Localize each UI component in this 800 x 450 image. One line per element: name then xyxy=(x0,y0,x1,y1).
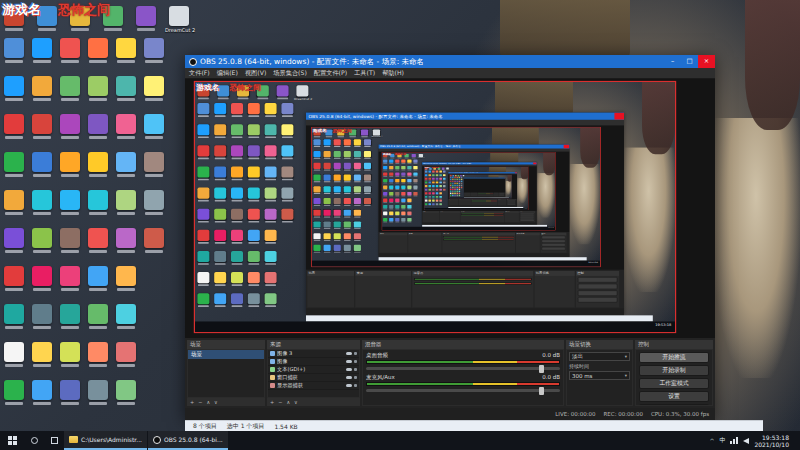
desktop-icon[interactable] xyxy=(60,76,80,96)
obs-preview[interactable]: 游戏名恐怖之间DreamCut 2OBS 25.0.8 (64-bit, win… xyxy=(185,79,715,338)
desktop-icon[interactable] xyxy=(32,114,52,134)
source-up-button[interactable]: ∧ xyxy=(286,399,290,405)
desktop-icon[interactable] xyxy=(4,190,24,210)
desktop-icon[interactable] xyxy=(116,380,136,400)
desktop-icon[interactable] xyxy=(60,380,80,400)
desktop-icon[interactable] xyxy=(88,380,108,400)
desktop-icon[interactable] xyxy=(32,304,52,324)
desktop-icon[interactable] xyxy=(144,190,164,210)
visibility-eye-icon[interactable] xyxy=(346,368,352,372)
visibility-eye-icon[interactable] xyxy=(346,360,352,364)
desktop-icon[interactable] xyxy=(60,152,80,172)
desktop-icon[interactable] xyxy=(60,304,80,324)
source-item[interactable]: 窗口捕获 xyxy=(268,374,359,382)
desktop-icon[interactable] xyxy=(116,266,136,286)
remove-source-button[interactable]: − xyxy=(278,399,282,405)
desktop-icon[interactable] xyxy=(60,38,80,58)
maximize-button[interactable]: □ xyxy=(681,55,698,68)
desktop-icon[interactable] xyxy=(4,342,24,362)
obs-titlebar[interactable]: OBS 25.0.8 (64-bit, windows) - 配置文件: 未命名… xyxy=(185,55,715,68)
desktop-icon[interactable] xyxy=(88,76,108,96)
search-icon[interactable] xyxy=(24,431,44,450)
desktop-icon[interactable] xyxy=(88,228,108,248)
desktop-icon[interactable] xyxy=(88,152,108,172)
desktop-icon[interactable] xyxy=(32,380,52,400)
ime-indicator[interactable]: 中 xyxy=(719,436,725,445)
desktop-icon[interactable] xyxy=(60,114,80,134)
desktop-icon[interactable] xyxy=(88,266,108,286)
visibility-eye-icon[interactable] xyxy=(346,352,352,356)
desktop-icon[interactable] xyxy=(4,152,24,172)
desktop-icon[interactable] xyxy=(116,228,136,248)
desktop-icon[interactable] xyxy=(116,190,136,210)
lock-icon[interactable] xyxy=(354,368,358,372)
desktop-icon[interactable] xyxy=(4,228,24,248)
desktop-icon[interactable] xyxy=(116,76,136,96)
desktop-icon[interactable] xyxy=(32,190,52,210)
start-button[interactable] xyxy=(0,431,24,450)
desktop-icon[interactable] xyxy=(32,342,52,362)
visibility-eye-icon[interactable] xyxy=(346,376,352,380)
lock-icon[interactable] xyxy=(354,360,358,364)
desktop-icon[interactable] xyxy=(32,152,52,172)
desktop-icon[interactable] xyxy=(116,304,136,324)
remove-scene-button[interactable]: − xyxy=(198,399,202,405)
lock-icon[interactable] xyxy=(354,352,358,356)
desktop-icon[interactable] xyxy=(144,38,164,58)
desktop-icon[interactable] xyxy=(60,190,80,210)
source-down-button[interactable]: ∨ xyxy=(294,399,298,405)
minimize-button[interactable]: – xyxy=(664,55,681,68)
source-item[interactable]: 图像 3 xyxy=(268,350,359,358)
desktop-icon[interactable] xyxy=(4,76,24,96)
desktop-icon[interactable] xyxy=(116,114,136,134)
source-item[interactable]: 显示器捕获 xyxy=(268,382,359,390)
desktop-icon[interactable] xyxy=(4,114,24,134)
desktop-icon[interactable] xyxy=(4,266,24,286)
volume-icon[interactable] xyxy=(743,438,749,444)
desktop-icon[interactable] xyxy=(116,152,136,172)
scene-up-button[interactable]: ∧ xyxy=(206,399,210,405)
tray-chevron-icon[interactable]: ^ xyxy=(709,437,714,444)
desktop-icon[interactable] xyxy=(32,38,52,58)
volume-slider-knob[interactable] xyxy=(539,387,544,395)
menu-item[interactable]: 文件(F) xyxy=(189,69,210,78)
menu-item[interactable]: 编辑(E) xyxy=(217,69,238,78)
visibility-eye-icon[interactable] xyxy=(346,384,352,388)
menu-item[interactable]: 帮助(H) xyxy=(382,69,404,78)
desktop-icon[interactable] xyxy=(88,190,108,210)
lock-icon[interactable] xyxy=(354,384,358,388)
menu-item[interactable]: 配置文件(P) xyxy=(314,69,347,78)
menu-item[interactable]: 视图(V) xyxy=(245,69,266,78)
desktop-icon[interactable] xyxy=(60,266,80,286)
desktop-icon[interactable] xyxy=(116,38,136,58)
desktop-icon[interactable] xyxy=(144,114,164,134)
transition-duration-spinner[interactable]: 300 ms ▾ xyxy=(569,371,630,380)
desktop-icon[interactable] xyxy=(144,228,164,248)
volume-slider[interactable] xyxy=(366,389,560,392)
desktop-icon[interactable] xyxy=(144,152,164,172)
volume-slider[interactable] xyxy=(366,367,560,370)
desktop-icon[interactable] xyxy=(88,38,108,58)
desktop-icon[interactable] xyxy=(32,228,52,248)
clock[interactable]: 19:53:18 2021/10/10 xyxy=(754,434,789,448)
desktop-icon[interactable] xyxy=(60,342,80,362)
taskbar-explorer-button[interactable]: C:\Users\Administr... xyxy=(64,431,147,450)
control-button[interactable]: 开始录制 xyxy=(639,365,709,376)
network-icon[interactable] xyxy=(730,437,738,444)
control-button[interactable]: 开始推流 xyxy=(639,352,709,363)
add-source-button[interactable]: + xyxy=(270,399,274,405)
menu-item[interactable]: 工具(T) xyxy=(354,69,375,78)
control-button[interactable]: 设置 xyxy=(639,391,709,402)
add-scene-button[interactable]: + xyxy=(190,399,194,405)
taskbar-obs-button[interactable]: OBS 25.0.8 (64-bi... xyxy=(148,431,228,450)
desktop-icon[interactable] xyxy=(32,76,52,96)
desktop-icon[interactable] xyxy=(60,228,80,248)
desktop-icon[interactable] xyxy=(88,114,108,134)
scene-down-button[interactable]: ∨ xyxy=(214,399,218,405)
control-button[interactable]: 工作室模式 xyxy=(639,378,709,389)
desktop-icon[interactable] xyxy=(32,266,52,286)
source-item[interactable]: 文本(GDI+) xyxy=(268,366,359,374)
desktop-icon[interactable] xyxy=(4,380,24,400)
transition-select[interactable]: 淡出 ▾ xyxy=(569,352,630,361)
desktop-icon[interactable] xyxy=(144,76,164,96)
